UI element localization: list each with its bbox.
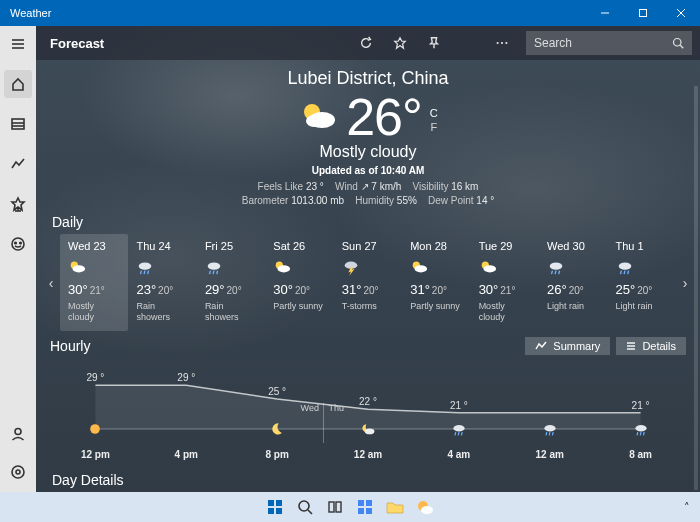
- main-panel: Forecast Search: [36, 26, 700, 492]
- svg-point-16: [15, 429, 21, 435]
- daily-card[interactable]: Fri 2529°20°Rain showers: [197, 234, 265, 331]
- svg-rect-74: [276, 500, 282, 506]
- favorite-button[interactable]: [384, 27, 416, 59]
- svg-line-36: [209, 271, 210, 275]
- daily-temps: 30°21°: [68, 282, 122, 297]
- current-conditions: Lubei District, China 26° C F Mostly clo…: [36, 68, 700, 208]
- daily-temps: 29°20°: [205, 282, 259, 297]
- window-titlebar: Weather: [0, 0, 700, 26]
- daily-temps: 25°20°: [616, 282, 670, 297]
- more-button[interactable]: [486, 27, 518, 59]
- svg-line-49: [555, 271, 556, 275]
- svg-rect-80: [336, 502, 341, 512]
- svg-point-21: [497, 42, 499, 44]
- maximize-button[interactable]: [624, 0, 662, 26]
- nav-forecast-icon[interactable]: [4, 70, 32, 98]
- daily-card[interactable]: Thu 125°20°Light rain: [608, 234, 676, 331]
- daily-day: Sat 26: [273, 240, 327, 252]
- account-icon[interactable]: [4, 420, 32, 448]
- daily-condition: Rain showers: [205, 301, 259, 323]
- scrollbar[interactable]: [694, 86, 698, 490]
- svg-point-14: [15, 242, 17, 244]
- weather-app-icon[interactable]: [415, 497, 435, 517]
- hourly-section-title: Hourly: [50, 338, 90, 354]
- hourly-temp-label: 22 °: [359, 396, 377, 407]
- daily-prev[interactable]: ‹: [42, 234, 60, 331]
- pin-button[interactable]: [418, 27, 450, 59]
- daily-day: Tue 29: [479, 240, 533, 252]
- daily-temps: 23°20°: [136, 282, 190, 297]
- rain-icon: [547, 258, 601, 276]
- daily-condition: Rain showers: [136, 301, 190, 323]
- svg-line-72: [643, 432, 644, 435]
- hourly-temp-label: 29 °: [177, 372, 195, 383]
- daily-card[interactable]: Sat 2630°20°Partly sunny: [265, 234, 333, 331]
- current-temp: 26°: [346, 87, 422, 147]
- close-button[interactable]: [662, 0, 700, 26]
- hourly-details-button[interactable]: Details: [616, 337, 686, 355]
- refresh-button[interactable]: [350, 27, 382, 59]
- hourly-times-axis: 12 pm4 pm8 pm12 am4 am12 am8 am: [50, 449, 686, 460]
- svg-point-18: [16, 470, 20, 474]
- tray-chevron-up-icon[interactable]: ˄: [684, 501, 690, 514]
- unit-c[interactable]: C: [430, 106, 438, 120]
- svg-line-71: [640, 432, 641, 435]
- page-toolbar: Forecast Search: [36, 26, 700, 60]
- taskbar-search-icon[interactable]: [295, 497, 315, 517]
- nav-maps-icon[interactable]: [4, 110, 32, 138]
- rain-icon: [451, 421, 467, 437]
- explorer-icon[interactable]: [385, 497, 405, 517]
- taskbar[interactable]: ˄: [0, 492, 700, 522]
- minimize-button[interactable]: [586, 0, 624, 26]
- hourly-time-label: 8 pm: [232, 449, 323, 460]
- start-button[interactable]: [265, 497, 285, 517]
- widgets-icon[interactable]: [355, 497, 375, 517]
- divider-right-label: Thu: [329, 403, 345, 413]
- daily-card[interactable]: Mon 2831°20°Partly sunny: [402, 234, 470, 331]
- hourly-time-label: 4 am: [413, 449, 504, 460]
- daily-card[interactable]: Tue 2930°21°Mostly cloudy: [471, 234, 539, 331]
- daily-temps: 31°20°: [410, 282, 464, 297]
- svg-line-37: [213, 271, 214, 275]
- daily-condition: Partly sunny: [410, 301, 464, 312]
- nav-favorites-icon[interactable]: [4, 190, 32, 218]
- unit-f[interactable]: F: [430, 120, 438, 134]
- daily-card[interactable]: Sun 2731°20°T-storms: [334, 234, 402, 331]
- daily-card[interactable]: Wed 3026°20°Light rain: [539, 234, 607, 331]
- svg-point-44: [415, 265, 428, 272]
- nav-historical-icon[interactable]: [4, 150, 32, 178]
- svg-rect-1: [640, 10, 647, 17]
- hourly-summary-button[interactable]: Summary: [525, 337, 610, 355]
- svg-point-30: [73, 265, 86, 272]
- daily-card[interactable]: Wed 2330°21°Mostly cloudy: [60, 234, 128, 331]
- hourly-time-label: 12 pm: [50, 449, 141, 460]
- hourly-time-label: 12 am: [504, 449, 595, 460]
- svg-point-22: [501, 42, 503, 44]
- thunder-icon: [342, 258, 396, 276]
- svg-rect-79: [329, 502, 334, 512]
- daily-day: Wed 30: [547, 240, 601, 252]
- daily-next[interactable]: ›: [676, 234, 694, 331]
- partly-cloudy-icon: [479, 258, 533, 276]
- daily-card[interactable]: Thu 2423°20°Rain showers: [128, 234, 196, 331]
- hamburger-icon[interactable]: [4, 30, 32, 58]
- svg-line-50: [559, 271, 560, 275]
- svg-line-54: [627, 271, 628, 275]
- nav-sidebar: [0, 26, 36, 492]
- daily-condition: Light rain: [547, 301, 601, 312]
- svg-line-53: [624, 271, 625, 275]
- svg-rect-84: [366, 508, 372, 514]
- nav-news-icon[interactable]: [4, 230, 32, 258]
- svg-rect-83: [358, 508, 364, 514]
- rain-icon: [633, 421, 649, 437]
- task-view-icon[interactable]: [325, 497, 345, 517]
- daily-condition: Mostly cloudy: [68, 301, 122, 323]
- daily-temps: 31°20°: [342, 282, 396, 297]
- search-input[interactable]: Search: [526, 31, 692, 55]
- rain-icon: [205, 258, 259, 276]
- moon-phase-button[interactable]: [452, 27, 484, 59]
- svg-point-77: [299, 501, 309, 511]
- settings-icon[interactable]: [4, 458, 32, 486]
- svg-rect-75: [268, 508, 274, 514]
- location-text: Lubei District, China: [36, 68, 700, 89]
